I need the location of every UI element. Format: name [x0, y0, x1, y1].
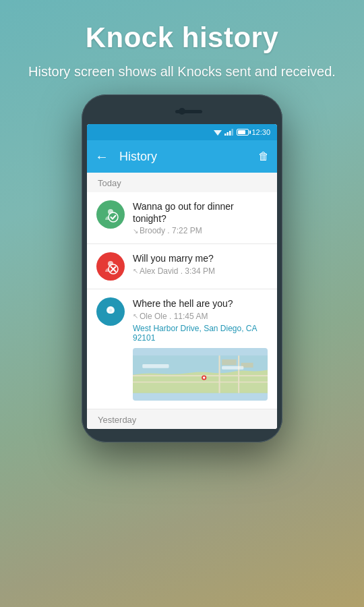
- battery-icon: [237, 129, 249, 136]
- x-icon: [102, 258, 119, 274]
- svg-rect-22: [142, 364, 169, 368]
- app-bar-title: History: [119, 150, 247, 164]
- svg-point-21: [203, 376, 206, 379]
- svg-rect-2: [227, 132, 229, 136]
- knock-content-3: Where the hell are you? ↖ Ole Ole . 11:4…: [133, 297, 268, 400]
- knock-meta-3: ↖ Ole Ole . 11:45 AM: [133, 312, 268, 321]
- map-svg: [133, 348, 268, 401]
- delete-button[interactable]: 🗑: [258, 150, 269, 163]
- knock-message-1: Wanna go out for dinner tonight?: [133, 200, 268, 225]
- pin-icon: [103, 304, 118, 319]
- svg-marker-0: [214, 130, 222, 136]
- knock-content-1: Wanna go out for dinner tonight? ↘ Brood…: [133, 200, 268, 235]
- sender-3: Ole Ole . 11:45 AM: [140, 312, 208, 321]
- page-subtitle: History screen shows all Knocks sent and…: [28, 62, 336, 81]
- signal-icon: [224, 129, 234, 136]
- map-preview[interactable]: [133, 348, 268, 401]
- app-bar: ← History 🗑: [87, 140, 277, 173]
- battery-fill: [238, 130, 245, 134]
- phone-camera: [179, 108, 185, 115]
- svg-rect-23: [222, 366, 243, 369]
- back-button[interactable]: ←: [95, 149, 109, 165]
- phone-top-bar: [87, 104, 277, 119]
- knock-message-3: Where the hell are you?: [133, 297, 268, 310]
- svg-rect-3: [229, 131, 231, 136]
- avatar-check: [96, 200, 125, 229]
- knock-address-3[interactable]: West Harbor Drive, San Diego, CA 92101: [133, 324, 268, 343]
- knock-item-3[interactable]: Where the hell are you? ↖ Ole Ole . 11:4…: [87, 289, 277, 409]
- avatar-x: [96, 252, 125, 281]
- page-title: Knock history: [28, 22, 336, 54]
- knock-item-1[interactable]: Wanna go out for dinner tonight? ↘ Brood…: [87, 192, 277, 244]
- status-icons: 12:30: [214, 128, 270, 136]
- knock-message-2: Will you marry me?: [133, 252, 268, 264]
- section-header-today: Today: [87, 173, 277, 192]
- knock-meta-1: ↘ Broody . 7:22 PM: [133, 226, 268, 235]
- content-area: Today Wanna go out f: [87, 173, 277, 429]
- svg-rect-1: [224, 134, 226, 136]
- status-time: 12:30: [251, 128, 270, 136]
- wifi-icon: [214, 129, 222, 136]
- phone-outer: 12:30 ← History 🗑 Today: [82, 94, 282, 442]
- knock-item-2[interactable]: Will you marry me? ↖ Alex David . 3:34 P…: [87, 244, 277, 289]
- sender-1: Broody . 7:22 PM: [140, 226, 202, 235]
- header-section: Knock history History screen shows all K…: [1, 0, 363, 94]
- phone-wrapper: 12:30 ← History 🗑 Today: [78, 94, 286, 607]
- direction-arrow-2: ↖: [133, 267, 138, 274]
- knock-content-2: Will you marry me? ↖ Alex David . 3:34 P…: [133, 252, 268, 275]
- svg-rect-4: [232, 129, 234, 136]
- status-bar: 12:30: [87, 124, 277, 140]
- svg-rect-18: [222, 359, 236, 365]
- direction-arrow-3: ↖: [133, 312, 138, 320]
- avatar-pin: [96, 297, 125, 326]
- sender-2: Alex David . 3:34 PM: [140, 266, 215, 276]
- direction-arrow-1: ↘: [133, 227, 138, 235]
- section-header-yesterday: Yesterday: [87, 409, 277, 429]
- phone-screen: 12:30 ← History 🗑 Today: [87, 124, 277, 429]
- check-icon: [102, 206, 119, 223]
- knock-meta-2: ↖ Alex David . 3:34 PM: [133, 266, 268, 276]
